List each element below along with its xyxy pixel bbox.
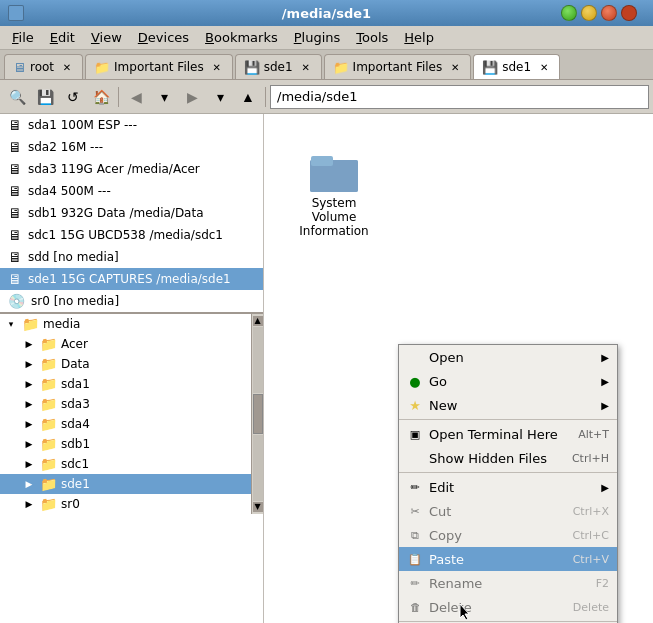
ctx-sep3 xyxy=(399,621,617,622)
tree-sr0[interactable]: ▶ 📁 sr0 xyxy=(0,494,251,514)
device-sde1[interactable]: 🖥 sde1 15G CAPTURES /media/sde1 xyxy=(0,268,263,290)
toolbar: 🔍 💾 ↺ 🏠 ◀ ▾ ▶ ▾ ▲ /media/sde1 xyxy=(0,80,653,114)
device-sdb1[interactable]: 🖥 sdb1 932G Data /media/Data xyxy=(0,202,263,224)
ctx-open[interactable]: Open ▶ xyxy=(399,345,617,369)
ctx-open-arrow: ▶ xyxy=(601,352,609,363)
forward-dropdown[interactable]: ▾ xyxy=(207,84,233,110)
ctx-copy[interactable]: ⧉ Copy Ctrl+C xyxy=(399,523,617,547)
tree-sda1-arrow: ▶ xyxy=(22,377,36,391)
tab-important2-close[interactable]: ✕ xyxy=(448,60,462,74)
menu-devices[interactable]: Devices xyxy=(130,28,197,47)
close-button[interactable] xyxy=(601,5,617,21)
menu-edit[interactable]: Edit xyxy=(42,28,83,47)
tree-sda3-icon: 📁 xyxy=(40,396,57,412)
refresh-button[interactable]: ↺ xyxy=(60,84,86,110)
scrollbar-up[interactable]: ▲ xyxy=(253,316,263,326)
tree-scrollbar[interactable]: ▲ ▼ xyxy=(251,314,263,514)
ctx-edit-icon: ✏ xyxy=(407,479,423,495)
tab-sde1-1-close[interactable]: ✕ xyxy=(299,60,313,74)
device-sr0[interactable]: 💿 sr0 [no media] xyxy=(0,290,263,312)
tree-data[interactable]: ▶ 📁 Data xyxy=(0,354,251,374)
ctx-edit-label: Edit xyxy=(429,480,454,495)
drive-button[interactable]: 💾 xyxy=(32,84,58,110)
device-sda4[interactable]: 🖥 sda4 500M --- xyxy=(0,180,263,202)
tree-sr0-label: sr0 xyxy=(61,497,80,511)
device-sde1-label: sde1 15G CAPTURES /media/sde1 xyxy=(28,272,231,286)
up-button[interactable]: ▲ xyxy=(235,84,261,110)
extra-button[interactable] xyxy=(621,5,637,21)
device-sdc1-label: sdc1 15G UBCD538 /media/sdc1 xyxy=(28,228,223,242)
device-sdb1-label: sdb1 932G Data /media/Data xyxy=(28,206,204,220)
menu-help[interactable]: Help xyxy=(396,28,442,47)
tree-media[interactable]: ▾ 📁 media xyxy=(0,314,251,334)
menu-view[interactable]: View xyxy=(83,28,130,47)
device-sda3[interactable]: 🖥 sda3 119G Acer /media/Acer xyxy=(0,158,263,180)
ctx-delete-icon: 🗑 xyxy=(407,599,423,615)
tab-root-icon: 🖥 xyxy=(13,60,26,75)
menu-bookmarks[interactable]: Bookmarks xyxy=(197,28,286,47)
ctx-delete[interactable]: 🗑 Delete Delete xyxy=(399,595,617,619)
tree-data-icon: 📁 xyxy=(40,356,57,372)
scrollbar-thumb[interactable] xyxy=(253,394,263,434)
tab-sde1-2[interactable]: 💾 sde1 ✕ xyxy=(473,54,560,79)
tree-sda3[interactable]: ▶ 📁 sda3 xyxy=(0,394,251,414)
tab-important2-icon: 📁 xyxy=(333,60,349,75)
tree-sda1-icon: 📁 xyxy=(40,376,57,392)
tree-sda4[interactable]: ▶ 📁 sda4 xyxy=(0,414,251,434)
tab-root-close[interactable]: ✕ xyxy=(60,60,74,74)
ctx-new[interactable]: ★ New ▶ xyxy=(399,393,617,417)
back-dropdown[interactable]: ▾ xyxy=(151,84,177,110)
tree-acer-icon: 📁 xyxy=(40,336,57,352)
ctx-hidden[interactable]: Show Hidden Files Ctrl+H xyxy=(399,446,617,470)
ctx-go-icon: ● xyxy=(407,373,423,389)
menu-tools[interactable]: Tools xyxy=(348,28,396,47)
tab-important1-close[interactable]: ✕ xyxy=(210,60,224,74)
tree-sde1[interactable]: ▶ 📁 sde1 xyxy=(0,474,251,494)
device-sdd[interactable]: 🖥 sdd [no media] xyxy=(0,246,263,268)
tree-sdb1-icon: 📁 xyxy=(40,436,57,452)
file-sysvol[interactable]: System VolumeInformation xyxy=(284,144,384,246)
home-button[interactable]: 🏠 xyxy=(88,84,114,110)
toolbar-sep1 xyxy=(118,87,119,107)
minimize-button[interactable] xyxy=(581,5,597,21)
tab-root-label: root xyxy=(30,60,54,74)
forward-button[interactable]: ▶ xyxy=(179,84,205,110)
ctx-rename-label: Rename xyxy=(429,576,482,591)
ctx-go[interactable]: ● Go ▶ xyxy=(399,369,617,393)
search-button[interactable]: 🔍 xyxy=(4,84,30,110)
ctx-delete-shortcut: Delete xyxy=(573,601,609,614)
ctx-cut[interactable]: ✂ Cut Ctrl+X xyxy=(399,499,617,523)
device-sdc1[interactable]: 🖥 sdc1 15G UBCD538 /media/sdc1 xyxy=(0,224,263,246)
back-button[interactable]: ◀ xyxy=(123,84,149,110)
wm-icon xyxy=(8,5,24,21)
tree-sdc1[interactable]: ▶ 📁 sdc1 xyxy=(0,454,251,474)
window-title: /media/sde1 xyxy=(282,6,371,21)
ctx-rename[interactable]: ✏ Rename F2 xyxy=(399,571,617,595)
menu-file[interactable]: File xyxy=(4,28,42,47)
device-sda2-icon: 🖥 xyxy=(8,139,22,155)
tab-important2[interactable]: 📁 Important Files ✕ xyxy=(324,54,472,79)
device-sda2[interactable]: 🖥 sda2 16M --- xyxy=(0,136,263,158)
tree-sda4-label: sda4 xyxy=(61,417,90,431)
tab-sde1-1[interactable]: 💾 sde1 ✕ xyxy=(235,54,322,79)
tab-sde1-2-close[interactable]: ✕ xyxy=(537,60,551,74)
tree-sdb1[interactable]: ▶ 📁 sdb1 xyxy=(0,434,251,454)
tab-important1[interactable]: 📁 Important Files ✕ xyxy=(85,54,233,79)
tree-sda4-icon: 📁 xyxy=(40,416,57,432)
tree-sda1[interactable]: ▶ 📁 sda1 xyxy=(0,374,251,394)
location-input[interactable]: /media/sde1 xyxy=(270,85,649,109)
device-sda2-label: sda2 16M --- xyxy=(28,140,103,154)
scrollbar-down[interactable]: ▼ xyxy=(253,502,263,512)
device-sda1[interactable]: 🖥 sda1 100M ESP --- xyxy=(0,114,263,136)
ctx-open-terminal[interactable]: ▣ Open Terminal Here Alt+T xyxy=(399,422,617,446)
scrollbar-track xyxy=(253,327,263,393)
ctx-edit[interactable]: ✏ Edit ▶ xyxy=(399,475,617,499)
tree-acer[interactable]: ▶ 📁 Acer xyxy=(0,334,251,354)
tab-root[interactable]: 🖥 root ✕ xyxy=(4,54,83,79)
maximize-button[interactable] xyxy=(561,5,577,21)
tree-sdc1-label: sdc1 xyxy=(61,457,89,471)
ctx-paste[interactable]: 📋 Paste Ctrl+V xyxy=(399,547,617,571)
tree-sr0-icon: 📁 xyxy=(40,496,57,512)
menu-plugins[interactable]: Plugins xyxy=(286,28,349,47)
ctx-hidden-shortcut: Ctrl+H xyxy=(572,452,609,465)
